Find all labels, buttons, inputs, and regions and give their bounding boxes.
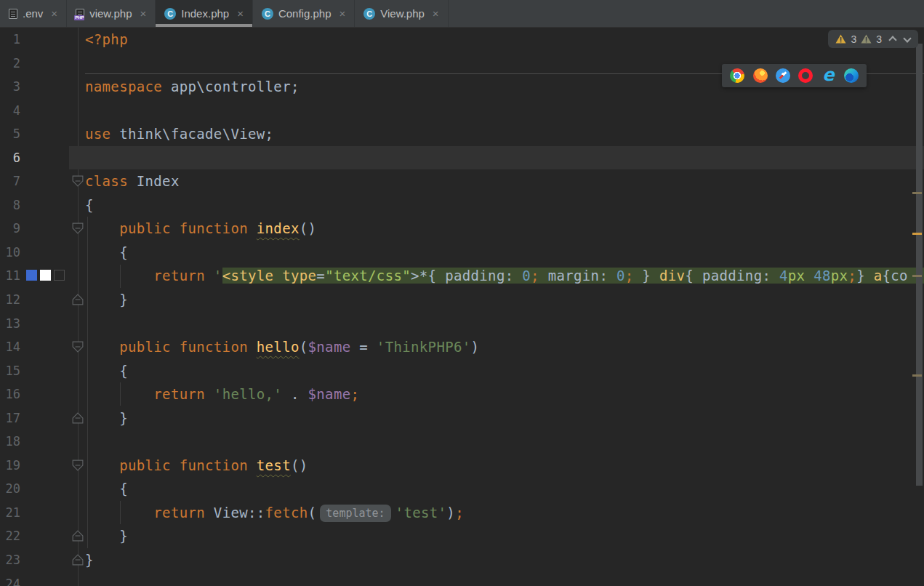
tab--env[interactable]: .env× [0, 0, 67, 27]
code-line[interactable]: 14 public function hello($name = 'ThinkP… [0, 335, 924, 359]
editor-area[interactable]: 1<?php23namespace app\controller;45use t… [0, 28, 924, 586]
inspections-widget[interactable]: 3 3 [828, 30, 918, 48]
line-number[interactable]: 8 [0, 193, 20, 217]
error-stripe-mark[interactable] [912, 192, 922, 194]
line-number[interactable]: 16 [0, 382, 20, 406]
previous-problem-button[interactable] [889, 36, 896, 43]
code-token: ) [471, 339, 480, 355]
line-number[interactable]: 9 [0, 217, 20, 241]
chrome-icon[interactable] [730, 68, 744, 83]
fold-collapse-icon[interactable] [72, 459, 84, 471]
code-token: ) [446, 505, 455, 521]
line-number[interactable]: 3 [0, 75, 20, 99]
line-number[interactable]: 5 [0, 122, 20, 146]
fold-collapse-icon[interactable] [72, 222, 84, 234]
color-swatch[interactable] [26, 270, 37, 281]
error-stripe-mark[interactable] [912, 275, 922, 277]
code-token: } [856, 268, 874, 284]
code-token: 0 [522, 268, 531, 284]
line-number[interactable]: 10 [0, 241, 20, 265]
safari-icon[interactable] [776, 68, 790, 83]
code-line[interactable]: 18 [0, 430, 924, 454]
fold-end-icon[interactable] [72, 554, 84, 566]
close-tab-icon[interactable]: × [51, 7, 57, 20]
code-token: = [316, 268, 325, 284]
code-token: () [300, 220, 317, 236]
code-token: >*{ padding: [411, 268, 522, 284]
fold-end-icon[interactable] [72, 294, 84, 305]
code-line[interactable]: 11 return '<style type="text/css">*{ pad… [0, 264, 924, 288]
line-number[interactable]: 11 [0, 264, 20, 288]
color-swatch[interactable] [40, 270, 51, 281]
code-line[interactable]: 8{ [0, 193, 924, 217]
edge-icon[interactable] [844, 68, 859, 83]
code-token: 'hello,' [214, 386, 282, 402]
code-line[interactable]: 5use think\facade\View; [0, 122, 924, 146]
tab-Config-php[interactable]: CConfig.php× [253, 0, 355, 27]
close-tab-icon[interactable]: × [339, 7, 345, 20]
close-tab-icon[interactable]: × [433, 7, 439, 20]
code-line[interactable]: 15 { [0, 359, 924, 383]
code-token [805, 268, 813, 284]
line-number[interactable]: 21 [0, 501, 20, 525]
internet-explorer-icon[interactable]: e [821, 68, 835, 83]
code-line[interactable]: 1<?php [0, 28, 924, 52]
firefox-icon[interactable] [753, 68, 768, 83]
tab-Index-php[interactable]: CIndex.php× [156, 0, 253, 27]
code-text: <?php [85, 28, 924, 52]
code-line[interactable]: 19 public function test() [0, 454, 924, 478]
fold-collapse-icon[interactable] [72, 341, 84, 353]
code-line[interactable]: 22 } [0, 524, 924, 548]
code-line[interactable]: 13 [0, 312, 924, 336]
line-number[interactable]: 12 [0, 288, 20, 312]
code-line[interactable]: 17 } [0, 406, 924, 430]
code-line[interactable]: 24 [0, 572, 924, 586]
error-stripe-mark[interactable] [912, 374, 922, 377]
line-number[interactable]: 6 [0, 146, 20, 170]
code-line[interactable]: 10 { [0, 241, 924, 265]
code-line[interactable]: 4 [0, 99, 924, 123]
close-tab-icon[interactable]: × [140, 7, 147, 20]
line-number[interactable]: 19 [0, 454, 20, 478]
next-problem-button[interactable] [904, 36, 911, 43]
code-line[interactable]: 7class Index [0, 169, 924, 193]
line-number[interactable]: 15 [0, 359, 20, 383]
tab-View-php[interactable]: CView.php× [355, 0, 448, 27]
line-number[interactable]: 7 [0, 169, 20, 193]
code-token: ' [214, 268, 222, 284]
code-line[interactable]: 6 [0, 146, 924, 170]
line-number[interactable]: 18 [0, 430, 20, 454]
opera-icon[interactable] [798, 68, 813, 83]
line-number[interactable]: 24 [0, 572, 20, 586]
code-token: 0 [616, 268, 625, 284]
line-number[interactable]: 14 [0, 335, 20, 359]
code-token: . [282, 386, 308, 402]
code-token: Index [128, 173, 180, 189]
error-stripe-mark[interactable] [912, 233, 922, 235]
code-token: ; [455, 505, 464, 521]
code-line[interactable]: 16 return 'hello,' . $name; [0, 382, 924, 406]
tab-label: Index.php [181, 7, 229, 20]
code-line[interactable]: 20 { [0, 477, 924, 501]
line-number[interactable]: 2 [0, 52, 20, 76]
scrollbar-thumb[interactable] [916, 44, 923, 486]
color-swatch[interactable] [54, 270, 65, 281]
code-line[interactable]: 9 public function index() [0, 217, 924, 241]
tab-view-php[interactable]: PHPview.php× [67, 0, 156, 27]
code-line[interactable]: 21 return View::fetch(template:'test'); [0, 501, 924, 525]
fold-collapse-icon[interactable] [72, 175, 84, 187]
fold-end-icon[interactable] [72, 412, 84, 424]
line-number[interactable]: 4 [0, 99, 20, 123]
code-line[interactable]: 23} [0, 548, 924, 572]
line-number[interactable]: 1 [0, 28, 20, 52]
line-number[interactable]: 23 [0, 548, 20, 572]
code-token [85, 386, 153, 402]
line-number[interactable]: 13 [0, 312, 20, 336]
line-number[interactable]: 20 [0, 477, 20, 501]
code-line[interactable]: 12 } [0, 288, 924, 312]
line-number[interactable]: 22 [0, 524, 20, 548]
line-number[interactable]: 17 [0, 406, 20, 430]
fold-end-icon[interactable] [72, 530, 84, 542]
close-tab-icon[interactable]: × [237, 7, 244, 20]
parameter-hint: template: [320, 505, 390, 522]
